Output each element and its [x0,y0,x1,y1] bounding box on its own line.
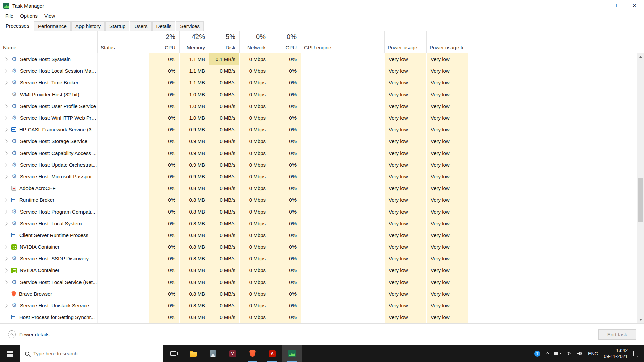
expand-chevron-icon[interactable] [4,257,7,260]
scroll-up-button[interactable] [637,53,644,60]
expand-chevron-icon[interactable] [4,116,7,120]
column-header-disk[interactable]: 5% Disk [209,31,240,53]
process-row[interactable]: Service Host: WinHTTP Web Pro...0%1.0 MB… [0,112,637,124]
tab-details[interactable]: Details [152,21,176,31]
process-row[interactable]: Service Host: Capability Access ...0%0.9… [0,147,637,159]
column-header-name[interactable]: Name [0,31,98,53]
process-row[interactable]: NVIDIA Container0%0.8 MB0 MB/s0 Mbps0%Ve… [0,264,637,276]
process-row[interactable]: Service Host: Time Broker0%1.1 MB0 MB/s0… [0,77,637,88]
column-header-power-usage[interactable]: Power usage [385,31,427,53]
cpu-cell: 0% [149,194,180,206]
power-usage-cell: Very low [385,194,427,206]
process-row[interactable]: Service Host: Local System0%0.8 MB0 MB/s… [0,218,637,229]
process-row[interactable]: WMI Provider Host (32 bit)0%1.0 MB0 MB/s… [0,88,637,100]
expand-chevron-icon[interactable] [4,163,7,167]
gpu-cell: 0% [270,194,301,206]
scrollbar-track[interactable] [637,60,644,316]
column-header-status[interactable]: Status [98,31,149,53]
expand-chevron-icon[interactable] [4,210,7,214]
close-button[interactable]: ✕ [625,0,644,11]
expand-chevron-icon[interactable] [4,245,7,249]
scrollbar-thumb[interactable] [638,178,643,222]
volume-icon[interactable] [577,351,582,356]
process-row[interactable]: Host Process for Setting Synchr...0%0.8 … [0,311,637,323]
acrobat-button[interactable] [262,345,282,362]
column-label: Disk [226,45,235,50]
help-icon[interactable] [534,351,540,357]
process-row[interactable]: Service Host: Storage Service0%0.9 MB0 M… [0,135,637,147]
taskbar-search[interactable]: Type here to search [20,345,163,362]
task-view-button[interactable] [163,345,183,362]
fewer-details-button[interactable]: Fewer details [8,330,49,338]
end-task-button[interactable]: End task [598,329,636,340]
expand-chevron-icon[interactable] [4,268,7,272]
file-explorer-button[interactable] [183,345,203,362]
brave-browser-button[interactable] [243,345,262,362]
expand-chevron-icon[interactable] [4,280,7,284]
tab-performance[interactable]: Performance [34,21,71,31]
menu-file[interactable]: File [2,11,17,20]
expand-chevron-icon[interactable] [4,57,7,61]
expand-chevron-icon[interactable] [4,69,7,73]
power-trend-cell: Very low [427,65,468,77]
expand-chevron-icon[interactable] [4,81,7,84]
gpu-cell: 0% [270,159,301,171]
start-button[interactable] [0,345,20,362]
expand-chevron-icon[interactable] [4,304,7,307]
process-row[interactable]: Runtime Broker0%0.8 MB0 MB/s0 Mbps0%Very… [0,194,637,206]
disk-cell: 0 MB/s [209,112,240,124]
expand-chevron-icon[interactable] [4,139,7,143]
tab-processes[interactable]: Processes [2,21,33,31]
process-row[interactable]: Service Host: SysMain0%1.1 MB0.1 MB/s0 M… [0,53,637,65]
process-row[interactable]: HP CASL Framework Service (32...0%0.9 MB… [0,124,637,135]
scroll-down-button[interactable] [637,316,644,323]
tab-app-history[interactable]: App history [71,21,105,31]
column-header-gpu[interactable]: 0% GPU [270,31,301,53]
maximize-button[interactable]: ❐ [605,0,625,11]
battery-icon[interactable] [554,352,560,355]
process-row[interactable]: Service Host: Local Session Man...0%1.1 … [0,65,637,77]
process-row[interactable]: Brave Browser0%0.8 MB0 MB/s0 Mbps0%Very … [0,288,637,300]
process-name-cell: Service Host: Program Compati... [0,206,98,218]
process-name: WMI Provider Host (32 bit) [20,92,79,97]
v-app-button[interactable] [223,345,243,362]
photos-app-button[interactable] [203,345,223,362]
hidden-icons-chevron-icon[interactable] [545,352,549,356]
column-label: Power usage tr... [430,45,468,50]
column-header-cpu[interactable]: 2% CPU [149,31,180,53]
process-row[interactable]: Service Host: Microsoft Passport...0%0.9… [0,171,637,182]
column-header-memory[interactable]: 42% Memory [180,31,209,53]
vertical-scrollbar[interactable] [637,53,644,323]
tab-users[interactable]: Users [130,21,151,31]
expand-chevron-icon[interactable] [4,151,7,155]
process-row[interactable]: Adobe AcroCEF0%0.8 MB0 MB/s0 Mbps0%Very … [0,182,637,194]
column-header-gpu-engine[interactable]: GPU engine [301,31,385,53]
process-row[interactable]: Service Host: Program Compati...0%0.8 MB… [0,206,637,218]
expand-chevron-icon[interactable] [4,175,7,178]
process-row[interactable]: Service Host: Unistack Service G...0%0.8… [0,300,637,311]
expand-chevron-icon[interactable] [4,198,7,202]
process-row[interactable]: Client Server Runtime Process0%0.8 MB0 M… [0,229,637,241]
action-center-icon[interactable] [633,351,639,356]
menu-view[interactable]: View [41,11,58,20]
expand-chevron-icon[interactable] [4,222,7,225]
process-row[interactable]: Service Host: Local Service (Net...0%0.8… [0,276,637,288]
network-icon[interactable] [566,352,571,356]
column-header-network[interactable]: 0% Network [240,31,270,53]
menu-options[interactable]: Options [17,11,41,20]
tab-startup[interactable]: Startup [105,21,129,31]
task-manager-taskbar-button[interactable] [282,345,302,362]
language-indicator[interactable]: ENG [588,351,598,356]
tab-services[interactable]: Services [176,21,204,31]
process-row[interactable]: Service Host: SSDP Discovery0%0.8 MB0 MB… [0,253,637,264]
expand-chevron-icon[interactable] [4,128,7,131]
process-row[interactable]: Service Host: User Profile Service0%1.0 … [0,100,637,112]
process-row[interactable]: NVIDIA Container0%0.8 MB0 MB/s0 Mbps0%Ve… [0,241,637,253]
process-row[interactable]: Service Host: Update Orchestrat...0%0.9 … [0,159,637,171]
clock[interactable]: 13:42 09-11-2021 [604,348,628,359]
gpu-cell: 0% [270,112,301,124]
nvidia-icon [11,244,17,250]
expand-chevron-icon[interactable] [4,104,7,108]
column-header-power-trend[interactable]: Power usage tr... [427,31,468,53]
minimize-button[interactable]: — [586,0,605,11]
